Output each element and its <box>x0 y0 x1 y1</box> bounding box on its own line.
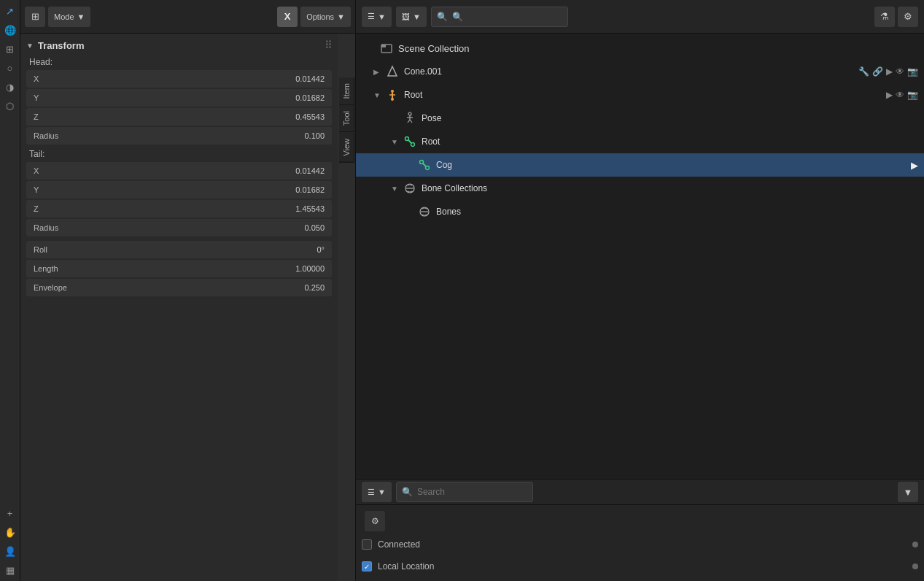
root-visibility-icon[interactable]: ▶ <box>886 90 893 100</box>
right-area: ☰ ▼ 🖼 ▼ 🔍 ⚗ ⚙ <box>356 0 924 581</box>
filter-group-btn[interactable]: 🖼 ▼ <box>396 7 427 27</box>
svg-rect-1 <box>381 45 386 47</box>
head-label: Head: <box>26 57 332 67</box>
tail-radius-row[interactable]: Radius 0.050 <box>26 219 332 236</box>
head-radius-value: 0.100 <box>92 131 332 140</box>
cone-icon <box>385 64 400 79</box>
head-y-label: Y <box>26 93 92 102</box>
tree-item-root-armature[interactable]: ▼ Root ▶ 👁 📷 <box>356 83 924 107</box>
svg-point-3 <box>391 90 394 93</box>
bottom-mode-btn[interactable]: ☰ ▼ <box>362 482 392 502</box>
transform-tool-icon[interactable]: ↗ <box>2 3 18 19</box>
tab-view[interactable]: View <box>339 133 354 163</box>
root-bone-icon <box>403 134 417 149</box>
outliner-topbar: ☰ ▼ 🖼 ▼ 🔍 ⚗ ⚙ <box>356 0 924 34</box>
tail-x-row[interactable]: X 0.01442 <box>26 162 332 180</box>
svg-line-14 <box>408 140 411 143</box>
head-section: Head: X 0.01442 Y 0.01682 Z 0.45543 Radi… <box>26 57 332 145</box>
cone-eye-icon[interactable]: 👁 <box>896 66 904 77</box>
tail-y-row[interactable]: Y 0.01682 <box>26 181 332 199</box>
connected-checkbox[interactable] <box>362 539 372 550</box>
root-camera-icon[interactable]: 📷 <box>907 90 918 100</box>
pose-label: Pose <box>422 113 924 123</box>
half-circle-icon[interactable]: ◑ <box>2 79 18 95</box>
local-location-checkbox[interactable] <box>362 561 372 572</box>
outliner-search-input[interactable] <box>431 7 568 27</box>
tab-tool[interactable]: Tool <box>339 105 354 132</box>
display-icon: ☰ <box>368 12 375 21</box>
tree-item-scene-collection[interactable]: Scene Collection <box>356 36 924 60</box>
side-tabs: Item Tool View <box>338 34 355 581</box>
head-radius-row[interactable]: Radius 0.100 <box>26 127 332 145</box>
scene-collection-icon <box>379 41 394 55</box>
outliner-bottom: ☰ ▼ 🔍 ▼ ⚙ Connected <box>356 479 924 581</box>
cone-link-icon[interactable]: 🔗 <box>872 66 883 77</box>
svg-point-16 <box>426 166 430 170</box>
cone-camera-icon[interactable]: 📷 <box>907 66 918 77</box>
bones-icon <box>417 204 432 219</box>
tree-item-root-bone[interactable]: ▼ Root <box>356 130 924 153</box>
connected-dot <box>912 542 918 547</box>
head-z-value: 0.45543 <box>92 112 332 121</box>
user-icon[interactable]: 👤 <box>2 543 18 559</box>
tail-radius-value: 0.050 <box>92 223 332 232</box>
tree-item-pose[interactable]: Pose <box>356 107 924 130</box>
tree-item-bones[interactable]: Bones <box>356 200 924 223</box>
global-icon[interactable]: 🌐 <box>2 22 18 38</box>
root-bone-label: Root <box>422 136 924 147</box>
add-icon[interactable]: + <box>2 505 18 521</box>
bottom-filter-btn[interactable]: ▼ <box>898 482 918 502</box>
tree-item-cog[interactable]: Cog ▶ <box>356 153 924 177</box>
mode-selector-icon[interactable]: ⊞ <box>25 7 45 27</box>
roll-row[interactable]: Roll 0° <box>26 241 332 258</box>
cone-visibility-icon[interactable]: ▶ <box>886 66 893 77</box>
envelope-row[interactable]: Envelope 0.250 <box>26 279 332 296</box>
svg-point-7 <box>408 112 411 115</box>
svg-point-15 <box>420 161 424 164</box>
tools-icon-btn[interactable]: ⚙ <box>365 511 385 531</box>
tail-x-label: X <box>26 166 92 175</box>
options-button[interactable]: Options ▼ <box>300 7 351 27</box>
transform-collapse-icon[interactable]: ▼ <box>26 42 34 50</box>
tail-radius-label: Radius <box>26 223 92 232</box>
tab-item[interactable]: Item <box>339 77 354 105</box>
head-x-row[interactable]: X 0.01442 <box>26 70 332 88</box>
tail-z-value: 1.45543 <box>92 204 332 213</box>
tools-icon: ⚙ <box>371 516 379 526</box>
svg-line-10 <box>408 120 410 123</box>
tail-z-row[interactable]: Z 1.45543 <box>26 200 332 218</box>
tree-item-bone-collections[interactable]: ▼ Bone Collections <box>356 177 924 200</box>
filter-settings-btn[interactable]: ⚙ <box>898 7 918 27</box>
svg-line-11 <box>410 120 412 123</box>
mode-chevron: ▼ <box>77 12 85 21</box>
options-chevron: ▼ <box>337 12 345 21</box>
x-button[interactable]: X <box>277 7 298 27</box>
transform-drag-handle[interactable]: ⠿ <box>325 39 332 51</box>
head-z-row[interactable]: Z 0.45543 <box>26 108 332 126</box>
tail-label: Tail: <box>26 149 332 159</box>
outliner-tree: Scene Collection ▶ Cone.001 🔧 🔗 ▶ 👁 📷 <box>356 34 924 479</box>
grid-icon[interactable]: ⊞ <box>2 41 18 57</box>
hand-icon[interactable]: ✋ <box>2 524 18 540</box>
hex-icon[interactable]: ⬡ <box>2 98 18 114</box>
left-panel: ⊞ Mode ▼ X Options ▼ ▼ Transform ⠿ Head: <box>20 0 356 581</box>
tree-item-cone001[interactable]: ▶ Cone.001 🔧 🔗 ▶ 👁 📷 <box>356 60 924 83</box>
display-chevron: ▼ <box>378 12 386 21</box>
head-y-row[interactable]: Y 0.01682 <box>26 89 332 107</box>
root-bone-arrow: ▼ <box>391 138 403 146</box>
bottom-search-input[interactable] <box>396 482 533 502</box>
mode-dropdown[interactable]: Mode ▼ <box>48 7 90 27</box>
circle-icon[interactable]: ○ <box>2 60 18 76</box>
display-mode-btn[interactable]: ☰ ▼ <box>362 7 392 27</box>
filter-icon-btn[interactable]: ⚗ <box>874 7 895 27</box>
head-x-label: X <box>26 74 92 83</box>
tail-x-value: 0.01442 <box>92 166 332 175</box>
root-eye-icon[interactable]: 👁 <box>896 90 904 100</box>
filter-group-icon: 🖼 <box>402 12 410 21</box>
grid-view-icon[interactable]: ▦ <box>2 562 18 578</box>
head-radius-label: Radius <box>26 131 92 140</box>
length-row[interactable]: Length 1.00000 <box>26 260 332 277</box>
local-location-label: Local Location <box>378 561 906 572</box>
svg-point-12 <box>405 137 409 141</box>
cone-wrench-icon[interactable]: 🔧 <box>858 66 869 77</box>
